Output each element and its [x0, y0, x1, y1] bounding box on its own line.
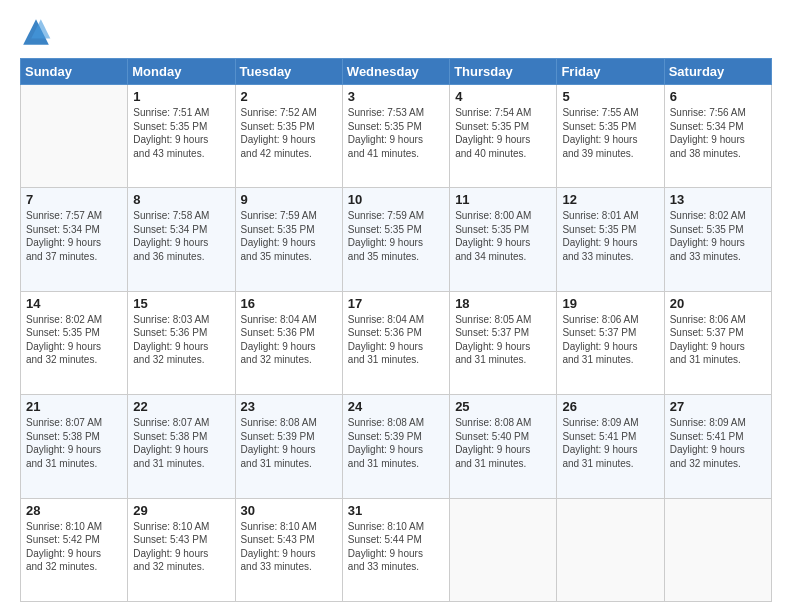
calendar-cell: 9Sunrise: 7:59 AMSunset: 5:35 PMDaylight…	[235, 188, 342, 291]
calendar-header-friday: Friday	[557, 59, 664, 85]
day-number: 5	[562, 89, 658, 104]
calendar-cell: 19Sunrise: 8:06 AMSunset: 5:37 PMDayligh…	[557, 291, 664, 394]
day-info: Sunrise: 8:04 AMSunset: 5:36 PMDaylight:…	[348, 313, 444, 367]
calendar-week-row: 28Sunrise: 8:10 AMSunset: 5:42 PMDayligh…	[21, 498, 772, 601]
day-info: Sunrise: 8:08 AMSunset: 5:40 PMDaylight:…	[455, 416, 551, 470]
day-number: 13	[670, 192, 766, 207]
day-info: Sunrise: 8:05 AMSunset: 5:37 PMDaylight:…	[455, 313, 551, 367]
day-info: Sunrise: 8:10 AMSunset: 5:43 PMDaylight:…	[241, 520, 337, 574]
day-number: 29	[133, 503, 229, 518]
day-info: Sunrise: 7:57 AMSunset: 5:34 PMDaylight:…	[26, 209, 122, 263]
calendar-table: SundayMondayTuesdayWednesdayThursdayFrid…	[20, 58, 772, 602]
day-info: Sunrise: 7:51 AMSunset: 5:35 PMDaylight:…	[133, 106, 229, 160]
day-number: 9	[241, 192, 337, 207]
calendar-cell	[450, 498, 557, 601]
day-info: Sunrise: 8:06 AMSunset: 5:37 PMDaylight:…	[562, 313, 658, 367]
day-number: 3	[348, 89, 444, 104]
day-info: Sunrise: 8:02 AMSunset: 5:35 PMDaylight:…	[670, 209, 766, 263]
day-info: Sunrise: 7:53 AMSunset: 5:35 PMDaylight:…	[348, 106, 444, 160]
day-info: Sunrise: 8:00 AMSunset: 5:35 PMDaylight:…	[455, 209, 551, 263]
calendar-cell: 20Sunrise: 8:06 AMSunset: 5:37 PMDayligh…	[664, 291, 771, 394]
day-number: 24	[348, 399, 444, 414]
calendar-cell: 14Sunrise: 8:02 AMSunset: 5:35 PMDayligh…	[21, 291, 128, 394]
day-number: 15	[133, 296, 229, 311]
day-info: Sunrise: 7:59 AMSunset: 5:35 PMDaylight:…	[348, 209, 444, 263]
calendar-header-tuesday: Tuesday	[235, 59, 342, 85]
calendar-cell: 30Sunrise: 8:10 AMSunset: 5:43 PMDayligh…	[235, 498, 342, 601]
day-info: Sunrise: 8:10 AMSunset: 5:42 PMDaylight:…	[26, 520, 122, 574]
day-info: Sunrise: 8:09 AMSunset: 5:41 PMDaylight:…	[562, 416, 658, 470]
calendar-cell: 28Sunrise: 8:10 AMSunset: 5:42 PMDayligh…	[21, 498, 128, 601]
day-number: 10	[348, 192, 444, 207]
day-number: 2	[241, 89, 337, 104]
calendar-week-row: 21Sunrise: 8:07 AMSunset: 5:38 PMDayligh…	[21, 395, 772, 498]
header	[20, 16, 772, 48]
day-info: Sunrise: 8:04 AMSunset: 5:36 PMDaylight:…	[241, 313, 337, 367]
calendar-cell: 24Sunrise: 8:08 AMSunset: 5:39 PMDayligh…	[342, 395, 449, 498]
day-number: 23	[241, 399, 337, 414]
calendar-cell: 15Sunrise: 8:03 AMSunset: 5:36 PMDayligh…	[128, 291, 235, 394]
calendar-cell	[664, 498, 771, 601]
day-info: Sunrise: 7:52 AMSunset: 5:35 PMDaylight:…	[241, 106, 337, 160]
day-number: 7	[26, 192, 122, 207]
calendar-cell: 25Sunrise: 8:08 AMSunset: 5:40 PMDayligh…	[450, 395, 557, 498]
calendar-header-saturday: Saturday	[664, 59, 771, 85]
calendar-header-wednesday: Wednesday	[342, 59, 449, 85]
calendar-cell: 22Sunrise: 8:07 AMSunset: 5:38 PMDayligh…	[128, 395, 235, 498]
day-info: Sunrise: 8:10 AMSunset: 5:43 PMDaylight:…	[133, 520, 229, 574]
calendar-header-monday: Monday	[128, 59, 235, 85]
calendar-cell: 4Sunrise: 7:54 AMSunset: 5:35 PMDaylight…	[450, 85, 557, 188]
calendar-cell: 2Sunrise: 7:52 AMSunset: 5:35 PMDaylight…	[235, 85, 342, 188]
day-info: Sunrise: 8:10 AMSunset: 5:44 PMDaylight:…	[348, 520, 444, 574]
day-info: Sunrise: 8:08 AMSunset: 5:39 PMDaylight:…	[348, 416, 444, 470]
day-info: Sunrise: 8:08 AMSunset: 5:39 PMDaylight:…	[241, 416, 337, 470]
day-number: 19	[562, 296, 658, 311]
calendar-cell: 26Sunrise: 8:09 AMSunset: 5:41 PMDayligh…	[557, 395, 664, 498]
day-info: Sunrise: 8:02 AMSunset: 5:35 PMDaylight:…	[26, 313, 122, 367]
day-number: 30	[241, 503, 337, 518]
calendar-week-row: 7Sunrise: 7:57 AMSunset: 5:34 PMDaylight…	[21, 188, 772, 291]
calendar-cell: 23Sunrise: 8:08 AMSunset: 5:39 PMDayligh…	[235, 395, 342, 498]
day-info: Sunrise: 8:03 AMSunset: 5:36 PMDaylight:…	[133, 313, 229, 367]
calendar-cell: 6Sunrise: 7:56 AMSunset: 5:34 PMDaylight…	[664, 85, 771, 188]
calendar-cell: 16Sunrise: 8:04 AMSunset: 5:36 PMDayligh…	[235, 291, 342, 394]
calendar-cell: 27Sunrise: 8:09 AMSunset: 5:41 PMDayligh…	[664, 395, 771, 498]
day-number: 21	[26, 399, 122, 414]
day-number: 26	[562, 399, 658, 414]
day-number: 14	[26, 296, 122, 311]
day-number: 8	[133, 192, 229, 207]
calendar-cell: 3Sunrise: 7:53 AMSunset: 5:35 PMDaylight…	[342, 85, 449, 188]
calendar-cell: 8Sunrise: 7:58 AMSunset: 5:34 PMDaylight…	[128, 188, 235, 291]
calendar-week-row: 14Sunrise: 8:02 AMSunset: 5:35 PMDayligh…	[21, 291, 772, 394]
calendar-cell: 29Sunrise: 8:10 AMSunset: 5:43 PMDayligh…	[128, 498, 235, 601]
day-number: 18	[455, 296, 551, 311]
calendar-week-row: 1Sunrise: 7:51 AMSunset: 5:35 PMDaylight…	[21, 85, 772, 188]
calendar-header-thursday: Thursday	[450, 59, 557, 85]
day-number: 27	[670, 399, 766, 414]
day-number: 4	[455, 89, 551, 104]
day-number: 17	[348, 296, 444, 311]
calendar-cell: 7Sunrise: 7:57 AMSunset: 5:34 PMDaylight…	[21, 188, 128, 291]
day-number: 1	[133, 89, 229, 104]
calendar-cell: 11Sunrise: 8:00 AMSunset: 5:35 PMDayligh…	[450, 188, 557, 291]
calendar-cell	[21, 85, 128, 188]
day-info: Sunrise: 8:06 AMSunset: 5:37 PMDaylight:…	[670, 313, 766, 367]
day-info: Sunrise: 8:01 AMSunset: 5:35 PMDaylight:…	[562, 209, 658, 263]
day-number: 6	[670, 89, 766, 104]
calendar-cell: 10Sunrise: 7:59 AMSunset: 5:35 PMDayligh…	[342, 188, 449, 291]
calendar-cell: 5Sunrise: 7:55 AMSunset: 5:35 PMDaylight…	[557, 85, 664, 188]
calendar-cell: 21Sunrise: 8:07 AMSunset: 5:38 PMDayligh…	[21, 395, 128, 498]
day-info: Sunrise: 8:07 AMSunset: 5:38 PMDaylight:…	[26, 416, 122, 470]
calendar-cell	[557, 498, 664, 601]
logo-icon	[20, 16, 52, 48]
logo	[20, 16, 56, 48]
calendar-cell: 17Sunrise: 8:04 AMSunset: 5:36 PMDayligh…	[342, 291, 449, 394]
day-info: Sunrise: 7:56 AMSunset: 5:34 PMDaylight:…	[670, 106, 766, 160]
day-number: 31	[348, 503, 444, 518]
calendar-cell: 13Sunrise: 8:02 AMSunset: 5:35 PMDayligh…	[664, 188, 771, 291]
calendar-cell: 31Sunrise: 8:10 AMSunset: 5:44 PMDayligh…	[342, 498, 449, 601]
day-number: 12	[562, 192, 658, 207]
day-number: 22	[133, 399, 229, 414]
day-info: Sunrise: 7:59 AMSunset: 5:35 PMDaylight:…	[241, 209, 337, 263]
day-info: Sunrise: 8:09 AMSunset: 5:41 PMDaylight:…	[670, 416, 766, 470]
